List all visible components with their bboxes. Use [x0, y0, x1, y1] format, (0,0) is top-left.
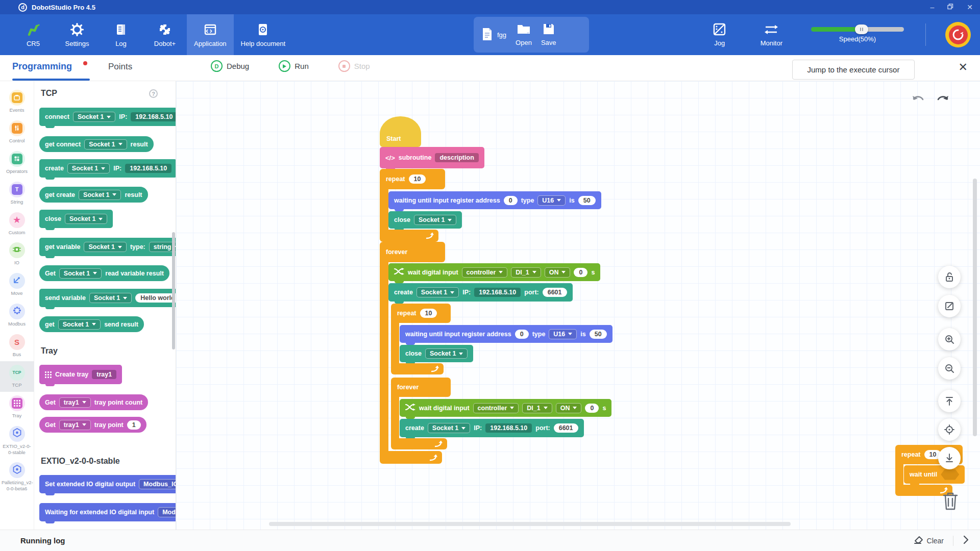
block-create-socket[interactable]: create Socket 1 IP: 192.168.5.10 port: 6… [400, 419, 584, 437]
category-control[interactable]: Control [0, 117, 34, 147]
palette-block-tray-point-count[interactable]: Get tray1 tray point count [39, 394, 148, 410]
palette-block-get-send-result[interactable]: get Socket 1 send result [39, 316, 144, 332]
state-dropdown[interactable]: ON [556, 403, 582, 413]
palette-block-get-read-variable[interactable]: Get Socket 1 read variable result [39, 265, 169, 281]
scroll-to-top-button[interactable] [938, 390, 961, 412]
tray-dropdown[interactable]: tray1 [59, 420, 91, 430]
socket-dropdown[interactable]: Socket 1 [65, 214, 107, 224]
palette-scrollbar[interactable] [172, 232, 175, 349]
restore-button[interactable] [947, 4, 953, 11]
socket-dropdown[interactable]: Socket 1 [79, 190, 121, 200]
monitor-button[interactable]: Monitor [753, 14, 790, 55]
download-button[interactable] [938, 447, 961, 469]
block-wait-digital-input[interactable]: wait digital input controller DI_1 ON 0 … [400, 399, 611, 417]
category-extio[interactable]: EXTIO_v2-0-0-stable [0, 422, 34, 459]
tab-programming[interactable]: Programming [12, 61, 72, 72]
ip-field[interactable]: 192.168.5.10 [125, 164, 172, 173]
socket-dropdown[interactable]: Socket 1 [84, 242, 126, 252]
timeout-input[interactable]: 0 [585, 404, 599, 413]
block-create-socket[interactable]: create Socket 1 IP: 192.168.5.10 port: 6… [388, 283, 573, 302]
timeout-input[interactable]: 0 [574, 268, 587, 277]
open-button[interactable]: Open [516, 23, 532, 46]
log-button[interactable]: Log [99, 14, 143, 55]
emergency-stop-button[interactable] [945, 22, 971, 47]
edit-button[interactable] [938, 295, 961, 317]
block-subroutine[interactable]: </> subroutine description [380, 147, 484, 168]
type-dropdown[interactable]: U16 [549, 329, 577, 339]
controller-dropdown[interactable]: controller [473, 403, 519, 413]
block-wait-until[interactable]: wait until [904, 465, 965, 484]
run-button[interactable]: Run [279, 60, 309, 72]
redo-icon[interactable] [936, 94, 949, 107]
block-forever[interactable]: forever [380, 242, 445, 262]
condition-slot[interactable] [941, 469, 959, 480]
save-button[interactable]: Save [541, 23, 556, 46]
palette-block-close[interactable]: close Socket 1 [39, 210, 113, 228]
ip-field[interactable]: 192.168.5.10 [474, 288, 521, 297]
block-wait-register[interactable]: waiting until input register address 0 t… [388, 191, 601, 209]
speed-slider-handle[interactable] [855, 24, 868, 34]
stop-button[interactable]: Stop [338, 60, 370, 72]
canvas-horizontal-scrollbar[interactable] [269, 522, 791, 526]
palette-block-wait-extended-io[interactable]: Waiting for extended IO digital input Mo… [39, 503, 176, 521]
tray-name-field[interactable]: tray1 [92, 370, 116, 379]
tab-points[interactable]: Points [108, 62, 132, 72]
close-button[interactable]: ✕ [967, 4, 973, 11]
clear-log-button[interactable]: Clear [914, 536, 944, 545]
state-dropdown[interactable]: ON [545, 267, 571, 278]
speed-slider[interactable] [811, 27, 904, 32]
block-wait-digital-input[interactable]: wait digital input controller DI_1 ON 0 … [388, 263, 600, 281]
socket-dropdown[interactable]: Socket 1 [58, 319, 101, 330]
category-operators[interactable]: Operators [0, 147, 34, 178]
category-move[interactable]: Move [0, 269, 34, 300]
zoom-out-button[interactable] [938, 357, 961, 380]
jog-button[interactable]: Jog [705, 14, 734, 55]
socket-dropdown[interactable]: Socket 1 [414, 215, 456, 225]
category-io[interactable]: IO [0, 239, 34, 269]
di-dropdown[interactable]: DI_1 [522, 403, 552, 413]
block-close-socket[interactable]: close Socket 1 [388, 211, 462, 229]
subroutine-name-field[interactable]: description [435, 153, 478, 162]
canvas-vertical-scrollbar[interactable] [973, 179, 977, 436]
debug-button[interactable]: D Debug [211, 60, 249, 72]
point-index-input[interactable]: 1 [127, 420, 141, 430]
current-file[interactable]: fgg [481, 27, 506, 43]
di-dropdown[interactable]: DI_1 [511, 267, 541, 278]
help-question-icon[interactable]: ? [149, 89, 158, 98]
palette-block-send-variable[interactable]: send variable Socket 1 Hello world [39, 289, 176, 307]
address-input[interactable]: 0 [504, 196, 518, 205]
tray-dropdown[interactable]: tray1 [59, 397, 91, 408]
category-tray[interactable]: Tray [0, 392, 34, 422]
block-repeat[interactable]: repeat 10 [380, 169, 445, 189]
block-start[interactable]: Start [380, 116, 421, 147]
jump-to-cursor-button[interactable]: Jump to the execute cursor [792, 60, 915, 80]
palette-block-get-connect[interactable]: get connect Socket 1 result [39, 136, 154, 152]
category-palletizing[interactable]: Palletizing_v2-0-0-beta6 [0, 459, 34, 495]
block-close-socket[interactable]: close Socket 1 [400, 345, 473, 362]
running-log-label[interactable]: Running log [20, 536, 65, 545]
category-modbus[interactable]: Modbus [0, 300, 34, 331]
socket-dropdown[interactable]: Socket 1 [59, 268, 102, 279]
palette-block-tray-point[interactable]: Get tray1 tray point 1 [39, 417, 146, 433]
modbus-dropdown[interactable]: Modb [158, 507, 176, 517]
palette-block-create[interactable]: create Socket 1 IP: 192.168.5.10 [39, 159, 176, 178]
block-repeat-nested[interactable]: repeat 10 [391, 304, 451, 323]
help-document-button[interactable]: Help document [234, 14, 292, 55]
block-wait-register[interactable]: waiting until input register address 0 t… [400, 325, 612, 343]
modbus-dropdown[interactable]: Modbus_IO [139, 479, 176, 489]
ip-field[interactable]: 192.168.5.10 [131, 112, 176, 121]
settings-button[interactable]: Settings [55, 14, 99, 55]
value-input[interactable]: 50 [590, 330, 607, 339]
block-forever-nested[interactable]: forever [391, 378, 451, 397]
category-tcp[interactable]: TCP TCP [0, 361, 34, 392]
socket-dropdown[interactable]: Socket 1 [425, 348, 468, 359]
application-button[interactable]: Application [187, 14, 234, 55]
port-input[interactable]: 6601 [543, 288, 567, 297]
palette-block-create-tray[interactable]: Create tray tray1 [39, 365, 122, 384]
close-panel-icon[interactable]: ✕ [959, 62, 968, 73]
undo-icon[interactable] [912, 94, 925, 107]
expand-log-chevron[interactable] [963, 535, 969, 546]
lock-button[interactable] [938, 266, 961, 288]
type-dropdown[interactable]: U16 [537, 195, 566, 206]
dobot-plus-button[interactable]: Dobot+ [143, 14, 187, 55]
